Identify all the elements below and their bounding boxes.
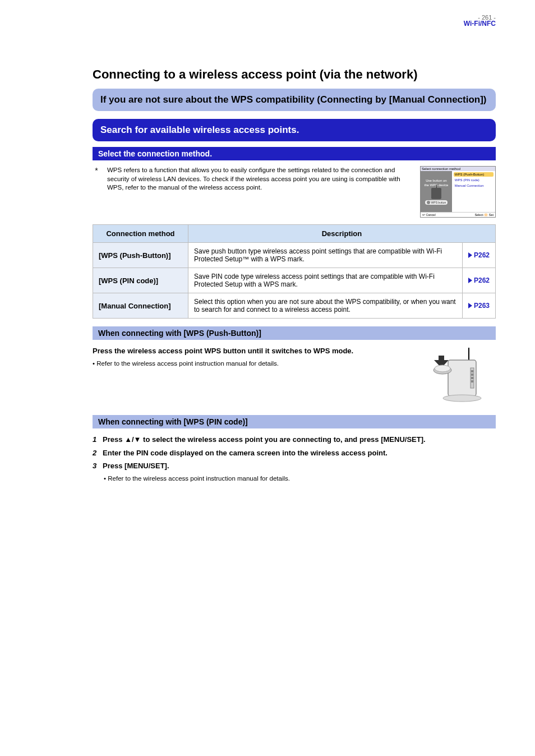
wps-push-instruction: Press the wireless access point WPS butt… (93, 345, 409, 357)
footnote-text: WPS refers to a function that allows you… (107, 166, 413, 192)
svg-rect-5 (471, 377, 473, 379)
wps-dot-icon (427, 201, 430, 204)
step-3: 3 Press [MENU/SET]. (93, 460, 496, 472)
step-1: 1 Press ▲/▼ to select the wireless acces… (93, 434, 496, 445)
screenshot-right-panel: WPS (Push-Button) WPS (PIN code) Manual … (452, 171, 495, 212)
link-p263[interactable]: P263 (468, 302, 490, 310)
screenshot-body: Use button on the WPS device WPS button … (421, 171, 495, 212)
option-wps-push: WPS (Push-Button) (454, 172, 494, 177)
band-search-ap: Search for available wireless access poi… (93, 119, 496, 141)
bar-select-method: Select the connection method. (93, 147, 496, 160)
router-icon (431, 188, 441, 199)
footnote-asterisk: * (93, 166, 100, 175)
link-text: P263 (474, 302, 490, 310)
desc-manual: Select this option when you are not sure… (188, 293, 463, 319)
wps-push-note: • Refer to the wireless access point ins… (93, 359, 409, 368)
svg-rect-3 (471, 370, 473, 372)
link-p262-b[interactable]: P262 (468, 276, 490, 284)
screenshot-left-panel: Use button on the WPS device WPS button (421, 171, 452, 212)
th-description: Description (188, 225, 496, 243)
connection-methods-table: Connection method Description [WPS (Push… (93, 224, 496, 319)
screenshot-select-set: Select 🔆 Set (474, 213, 494, 216)
step-2: 2 Enter the PIN code displayed on the ca… (93, 448, 496, 459)
table-row: [Manual Connection] Select this option w… (93, 293, 496, 319)
table-row: [WPS (Push-Button)] Save push button typ… (93, 243, 496, 268)
wps-text: WPS button (431, 201, 446, 204)
heading-wps-push: When connecting with [WPS (Push-Button)] (93, 326, 496, 340)
th-method: Connection method (93, 225, 188, 243)
page-header: Wi-Fi/NFC (464, 20, 496, 27)
method-manual: [Manual Connection] (93, 293, 188, 319)
screenshot-title: Select connection method (421, 167, 495, 171)
wps-button-label: WPS button (425, 200, 448, 205)
section-title: Connecting to a wireless access point (v… (93, 67, 496, 82)
screenshot-cancel: ↩ Cancel (422, 213, 436, 216)
method-wps-pin: [WPS (PIN code)] (93, 268, 188, 293)
option-wps-pin: WPS (PIN code) (454, 178, 494, 182)
svg-point-9 (435, 365, 450, 372)
svg-point-7 (443, 395, 481, 402)
desc-wps-push: Save push button type wireless access po… (188, 243, 463, 268)
screenshot-footer: ↩ Cancel Select 🔆 Set (421, 212, 495, 217)
arrow-right-icon (468, 252, 472, 258)
option-manual: Manual Connection (454, 183, 494, 188)
screenshot-left-text1: Use button on (426, 179, 446, 182)
table-row: [WPS (PIN code)] Save PIN code type wire… (93, 268, 496, 293)
router-illustration (417, 345, 496, 407)
screenshot-select-connection: Select connection method Use button on t… (420, 166, 496, 218)
up-down-icon: ▲/▼ (124, 435, 141, 444)
svg-rect-6 (471, 380, 473, 382)
heading-wps-pin: When connecting with [WPS (PIN code)] (93, 415, 496, 428)
arrow-right-icon (468, 278, 472, 283)
arrow-right-icon (468, 303, 472, 308)
desc-wps-pin: Save PIN code type wireless access point… (188, 268, 463, 293)
wps-pin-note: • Refer to the wireless access point ins… (104, 474, 496, 483)
link-text: P262 (474, 251, 490, 259)
link-text: P262 (474, 276, 490, 284)
svg-rect-4 (471, 374, 473, 376)
link-p262-a[interactable]: P262 (468, 251, 490, 259)
method-wps-push: [WPS (Push-Button)] (93, 243, 188, 268)
band-manual-connection: If you are not sure about the WPS compat… (93, 89, 496, 111)
